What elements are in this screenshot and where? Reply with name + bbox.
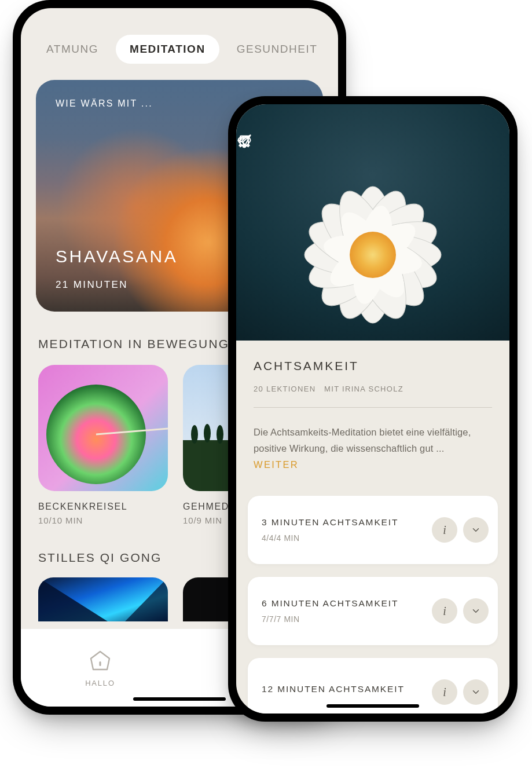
read-more-link[interactable]: WEITER bbox=[254, 459, 299, 470]
featured-duration: 21 MINUTEN bbox=[56, 279, 128, 291]
category-tabs: ATMUNG MEDITATION GESUNDHEIT ENTS bbox=[21, 8, 338, 64]
lesson-item[interactable]: 3 MINUTEN ACHTSAMKEIT 4/4/4 MIN i bbox=[248, 496, 498, 564]
lesson-title: 3 MINUTEN ACHTSAMKEIT bbox=[262, 517, 426, 528]
lesson-list[interactable]: 3 MINUTEN ACHTSAMKEIT 4/4/4 MIN i 6 MINU… bbox=[248, 496, 498, 714]
featured-eyebrow: WIE WÄRS MIT ... bbox=[56, 98, 153, 109]
course-title: ACHTSAMKEIT bbox=[254, 359, 492, 373]
svg-point-6 bbox=[217, 425, 223, 444]
bookmark-button[interactable] bbox=[402, 133, 426, 158]
lesson-meta: 4/4/4 MIN bbox=[262, 533, 426, 543]
card-meta: 10/10 MIN bbox=[38, 515, 168, 525]
svg-point-34 bbox=[350, 232, 396, 278]
card-thumb bbox=[38, 365, 168, 491]
course-description: Die Achtsamkeits-Meditation bietet eine … bbox=[254, 424, 492, 473]
lesson-info-button[interactable]: i bbox=[432, 598, 457, 624]
course-author: MIT IRINA SCHOLZ bbox=[324, 385, 403, 393]
svg-rect-14 bbox=[99, 661, 101, 666]
nav-label: HALLO bbox=[85, 679, 115, 687]
lesson-title: 6 MINUTEN ACHTSAMKEIT bbox=[262, 598, 426, 609]
home-icon bbox=[88, 649, 112, 673]
send-icon bbox=[236, 133, 252, 149]
svg-point-4 bbox=[191, 425, 198, 444]
course-hero bbox=[236, 104, 509, 341]
chevron-down-icon bbox=[471, 606, 481, 616]
card-title: BECKENKREISEL bbox=[38, 502, 168, 512]
tab-atmung[interactable]: ATMUNG bbox=[32, 35, 112, 64]
detail-topbar bbox=[236, 133, 509, 158]
lesson-meta: 7/7/7 MIN bbox=[262, 614, 426, 624]
svg-point-5 bbox=[204, 424, 211, 442]
share-button[interactable] bbox=[471, 133, 496, 158]
divider bbox=[254, 407, 492, 408]
favorite-button[interactable] bbox=[436, 133, 461, 158]
lesson-info-button[interactable]: i bbox=[432, 679, 457, 705]
nav-hallo[interactable]: HALLO bbox=[21, 629, 179, 707]
lesson-expand-button[interactable] bbox=[463, 679, 489, 705]
lesson-expand-button[interactable] bbox=[463, 598, 489, 624]
card-beckenkreisel[interactable]: BECKENKREISEL 10/10 MIN bbox=[38, 365, 168, 525]
chevron-down-icon bbox=[471, 687, 481, 697]
back-button[interactable] bbox=[250, 133, 274, 158]
home-indicator bbox=[133, 697, 226, 701]
lesson-title: 12 MINUTEN ACHTSAMKEIT bbox=[262, 684, 426, 694]
tab-gesundheit[interactable]: GESUNDHEIT bbox=[223, 35, 332, 64]
card-thumb[interactable] bbox=[38, 577, 168, 621]
phone-detail: ACHTSAMKEIT 20 LEKTIONEN MIT IRINA SCHOL… bbox=[228, 96, 518, 722]
chevron-down-icon bbox=[471, 525, 481, 535]
tab-meditation[interactable]: MEDITATION bbox=[116, 35, 219, 64]
tab-entspannung[interactable]: ENTS bbox=[335, 35, 338, 64]
lesson-item[interactable]: 6 MINUTEN ACHTSAMKEIT 7/7/7 MIN i bbox=[248, 577, 498, 645]
course-description-text: Die Achtsamkeits-Meditation bietet eine … bbox=[254, 427, 471, 453]
course-meta: 20 LEKTIONEN MIT IRINA SCHOLZ bbox=[254, 385, 492, 393]
lesson-info-button[interactable]: i bbox=[432, 517, 457, 543]
lesson-expand-button[interactable] bbox=[463, 517, 489, 543]
notifications-button[interactable] bbox=[367, 133, 391, 158]
course-lesson-count: 20 LEKTIONEN bbox=[254, 385, 315, 393]
featured-title: SHAVASANA bbox=[56, 247, 178, 266]
home-indicator bbox=[326, 704, 419, 708]
